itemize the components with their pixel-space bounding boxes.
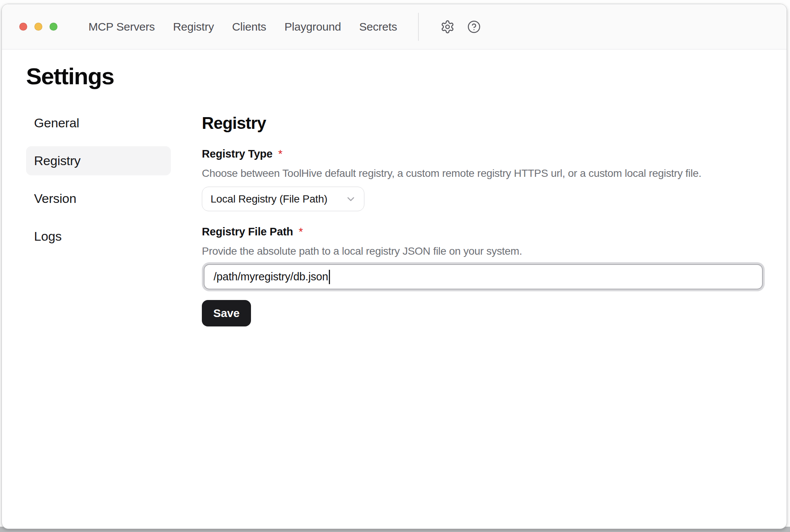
section-heading: Registry bbox=[202, 113, 765, 133]
registry-file-path-label: Registry File Path bbox=[202, 226, 293, 238]
settings-icon bbox=[440, 20, 455, 34]
registry-file-path-input[interactable]: /path/myregistry/db.json bbox=[204, 264, 763, 289]
help-icon bbox=[467, 20, 481, 34]
registry-type-description: Choose between ToolHive default registry… bbox=[202, 167, 765, 180]
close-button[interactable] bbox=[19, 23, 27, 31]
registry-file-path-description: Provide the absolute path to a local reg… bbox=[202, 244, 765, 258]
settings-content: General Registry Version Logs Registry R… bbox=[26, 108, 787, 326]
registry-type-selected-value: Local Registry (File Path) bbox=[211, 193, 327, 205]
titlebar: MCP Servers Registry Clients Playground … bbox=[2, 4, 787, 49]
zoom-button[interactable] bbox=[50, 23, 57, 31]
sidebar-item-registry[interactable]: Registry bbox=[26, 146, 171, 175]
nav-playground[interactable]: Playground bbox=[284, 20, 341, 33]
page-title: Settings bbox=[26, 65, 787, 88]
registry-settings-panel: Registry Registry Type * Choose between … bbox=[202, 108, 765, 326]
settings-sidebar: General Registry Version Logs bbox=[26, 108, 171, 326]
top-navigation: MCP Servers Registry Clients Playground … bbox=[88, 20, 397, 33]
app-window: MCP Servers Registry Clients Playground … bbox=[2, 4, 787, 529]
required-asterisk: * bbox=[278, 148, 282, 160]
titlebar-divider bbox=[418, 13, 419, 41]
sidebar-item-logs[interactable]: Logs bbox=[26, 222, 171, 251]
chevron-down-icon bbox=[345, 193, 356, 205]
nav-mcp-servers[interactable]: MCP Servers bbox=[88, 20, 155, 33]
settings-button[interactable] bbox=[438, 18, 457, 36]
sidebar-item-version[interactable]: Version bbox=[26, 184, 171, 213]
nav-secrets[interactable]: Secrets bbox=[359, 20, 397, 33]
text-caret bbox=[329, 270, 330, 284]
registry-type-select[interactable]: Local Registry (File Path) bbox=[202, 187, 364, 211]
required-asterisk: * bbox=[299, 226, 303, 238]
registry-file-path-label-row: Registry File Path * bbox=[202, 226, 765, 238]
registry-file-path-value: /path/myregistry/db.json bbox=[214, 271, 328, 283]
settings-page: Settings General Registry Version Logs R… bbox=[2, 49, 787, 326]
sidebar-item-general[interactable]: General bbox=[26, 108, 171, 138]
nav-clients[interactable]: Clients bbox=[232, 20, 266, 33]
nav-registry[interactable]: Registry bbox=[173, 20, 214, 33]
registry-type-label: Registry Type bbox=[202, 148, 273, 160]
minimize-button[interactable] bbox=[34, 23, 42, 31]
registry-type-label-row: Registry Type * bbox=[202, 148, 765, 160]
help-button[interactable] bbox=[465, 18, 483, 36]
save-button[interactable]: Save bbox=[202, 300, 251, 326]
window-controls bbox=[19, 23, 57, 31]
